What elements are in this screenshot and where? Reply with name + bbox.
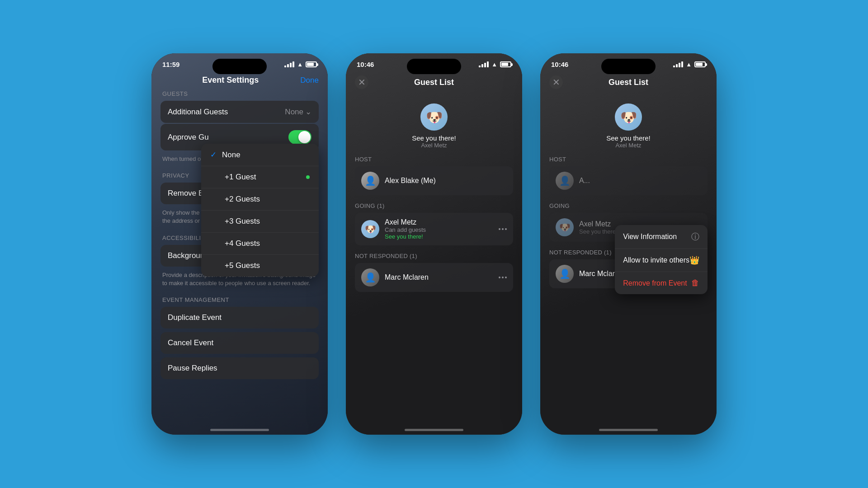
dropdown-item-none[interactable]: ✓ None: [201, 144, 319, 166]
pause-label: Pause Replies: [168, 364, 217, 373]
context-allow-invite[interactable]: Allow to invite others 👑: [615, 249, 708, 272]
not-responded-name-2: Marc Mclaren: [385, 273, 493, 282]
remove-label: Remove from Event: [623, 279, 687, 287]
additional-guests-value: None ⌄: [285, 107, 311, 117]
host-section-label-3: HOST: [540, 156, 717, 166]
signal-icon-2: [479, 61, 489, 67]
trash-icon: 🗑: [691, 278, 699, 288]
host-card-2: 🐶 See you there! Axel Metz: [346, 94, 522, 156]
host-avatar-row-3: 👤: [556, 172, 574, 190]
battery-icon-3: [694, 61, 706, 67]
going-label-3: GOING: [540, 202, 717, 213]
host-card-3: 🐶 See you there! Axel Metz: [540, 94, 717, 156]
guest-list-title-3: Guest List: [609, 78, 648, 87]
more-button-going-2[interactable]: [499, 228, 507, 230]
crown-icon: 👑: [689, 255, 699, 265]
close-button-3[interactable]: ✕: [549, 75, 563, 89]
dynamic-island-3: [601, 59, 656, 74]
guest-nav-3: ✕ Guest List: [540, 72, 717, 94]
home-indicator-3: [599, 429, 658, 431]
host-avatar-row-2: 👤: [361, 172, 379, 190]
dynamic-island-1: [212, 59, 267, 74]
not-responded-avatar-2: 👤: [361, 268, 379, 286]
more-button-nr-2[interactable]: [499, 277, 507, 278]
additional-guests-dropdown: ✓ None +1 Guest +2 Guests +3 Guests +4 G…: [201, 144, 319, 277]
battery-icon-2: [500, 61, 511, 67]
going-info-2: Axel Metz Can add guests See you there!: [385, 218, 493, 240]
host-avatar-3: 🐶: [615, 103, 642, 131]
nav-bar-1: Event Settings Done: [151, 72, 328, 90]
host-row-3[interactable]: 👤 A...: [549, 166, 708, 195]
guest-list-title-2: Guest List: [414, 78, 454, 87]
approve-toggle[interactable]: [288, 130, 311, 144]
pause-replies-row[interactable]: Pause Replies: [160, 357, 319, 379]
going-avatar-2: 🐶: [361, 220, 379, 238]
host-name-3: Axel Metz: [615, 142, 641, 149]
home-indicator-2: [405, 429, 463, 431]
duplicate-label: Duplicate Event: [168, 313, 222, 322]
phone-3: 10:46 ▲ ✕ Guest List 🐶 See you there! Ax…: [540, 53, 717, 435]
context-menu-3: View Information ⓘ Allow to invite other…: [615, 225, 708, 294]
wifi-icon-3: ▲: [686, 61, 692, 68]
phone-2: 10:46 ▲ ✕ Guest List 🐶 See you there! Ax…: [346, 53, 522, 435]
page-title-1: Event Settings: [202, 75, 259, 85]
info-icon: ⓘ: [691, 231, 699, 242]
not-responded-row-2[interactable]: 👤 Marc Mclaren: [355, 263, 513, 292]
active-dot: [306, 175, 310, 179]
going-label-2: GOING (1): [346, 202, 522, 213]
cancel-event-row[interactable]: Cancel Event: [160, 332, 319, 354]
additional-guests-row[interactable]: Additional Guests None ⌄: [160, 101, 319, 123]
wifi-icon: ▲: [297, 61, 303, 68]
time-3: 10:46: [551, 61, 568, 68]
home-indicator-1: [210, 429, 269, 431]
dropdown-none-label: None: [222, 150, 241, 160]
dropdown-item-4[interactable]: +4 Guests: [201, 233, 319, 255]
host-section-label-2: HOST: [346, 156, 522, 166]
going-row-2[interactable]: 🐶 Axel Metz Can add guests See you there…: [355, 213, 513, 245]
dropdown-3-label: +3 Guests: [225, 217, 260, 226]
going-avatar-3: 🐶: [556, 218, 574, 236]
host-person-3: A...: [579, 177, 701, 185]
dropdown-item-5[interactable]: +5 Guests: [201, 255, 319, 277]
status-icons-1: ▲: [284, 61, 317, 68]
time-2: 10:46: [357, 61, 374, 68]
done-button[interactable]: Done: [300, 76, 319, 85]
view-info-label: View Information: [623, 233, 677, 241]
wifi-icon-2: ▲: [491, 61, 497, 68]
signal-icon: [284, 61, 294, 67]
going-sub-2: Can add guests: [385, 226, 493, 233]
check-icon: ✓: [210, 150, 217, 160]
going-sub2-2: See you there!: [385, 233, 493, 240]
dropdown-1-label: +1 Guest: [225, 173, 256, 182]
status-icons-2: ▲: [479, 61, 511, 68]
toggle-knob: [298, 131, 311, 143]
guests-label: GUESTS: [160, 90, 319, 97]
host-row-2[interactable]: 👤 Alex Blake (Me): [355, 166, 513, 195]
host-name-2: Axel Metz: [421, 142, 447, 149]
allow-invite-label: Allow to invite others: [623, 256, 689, 264]
context-view-info[interactable]: View Information ⓘ: [615, 225, 708, 249]
context-remove[interactable]: Remove from Event 🗑: [615, 272, 708, 294]
not-responded-info-2: Marc Mclaren: [385, 273, 493, 282]
approve-guests-label: Approve Gu: [168, 133, 209, 142]
not-responded-avatar-3: 👤: [556, 265, 574, 283]
signal-icon-3: [673, 61, 683, 67]
dropdown-4-label: +4 Guests: [225, 239, 260, 248]
cancel-label: Cancel Event: [168, 338, 213, 347]
event-management-label: EVENT MANAGEMENT: [160, 296, 319, 303]
dropdown-2-label: +2 Guests: [225, 195, 260, 204]
event-management-section: EVENT MANAGEMENT Duplicate Event Cancel …: [160, 296, 319, 379]
dropdown-item-1[interactable]: +1 Guest: [201, 166, 319, 188]
host-avatar-2: 🐶: [420, 103, 448, 131]
dynamic-island-2: [407, 59, 461, 74]
host-person-2: Alex Blake (Me): [385, 177, 507, 185]
host-greeting-3: See you there!: [606, 134, 651, 142]
dropdown-5-label: +5 Guests: [225, 261, 260, 270]
additional-guests-label: Additional Guests: [168, 108, 228, 117]
duplicate-event-row[interactable]: Duplicate Event: [160, 307, 319, 328]
dropdown-item-3[interactable]: +3 Guests: [201, 211, 319, 233]
guest-nav-2: ✕ Guest List: [346, 72, 522, 94]
close-button-2[interactable]: ✕: [355, 75, 368, 89]
host-info-3: A...: [579, 177, 701, 185]
dropdown-item-2[interactable]: +2 Guests: [201, 188, 319, 211]
